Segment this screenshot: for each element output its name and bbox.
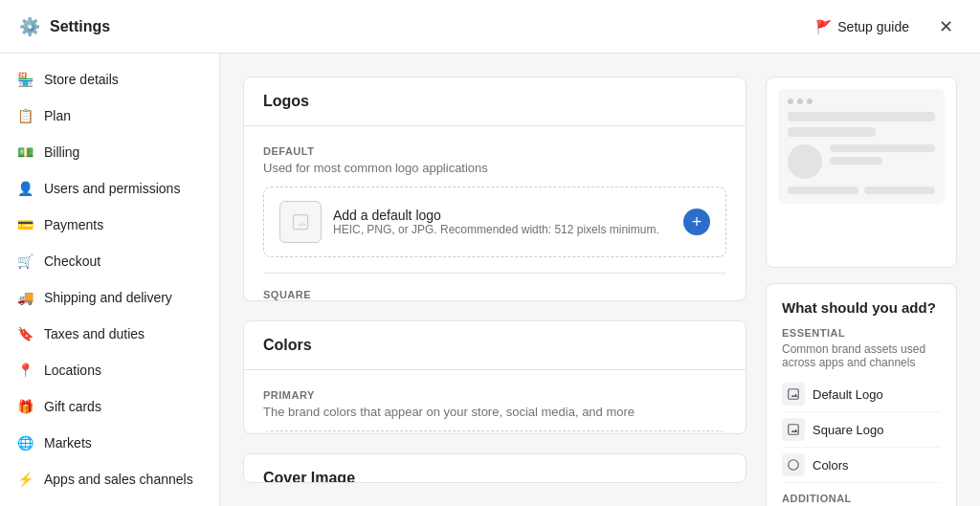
settings-gear-icon: ⚙️ [19,16,40,37]
setup-guide-button[interactable]: 🚩 Setup guide [806,13,919,40]
modal-header-right: 🚩 Setup guide ✕ [806,11,961,42]
close-button[interactable]: ✕ [930,11,961,42]
flag-icon: 🚩 [815,19,832,34]
settings-modal: ⚙️ Settings 🚩 Setup guide ✕ 🏪 Store deta… [0,0,980,54]
modal-title: Settings [50,18,110,35]
modal-header: ⚙️ Settings 🚩 Setup guide ✕ [0,0,980,54]
